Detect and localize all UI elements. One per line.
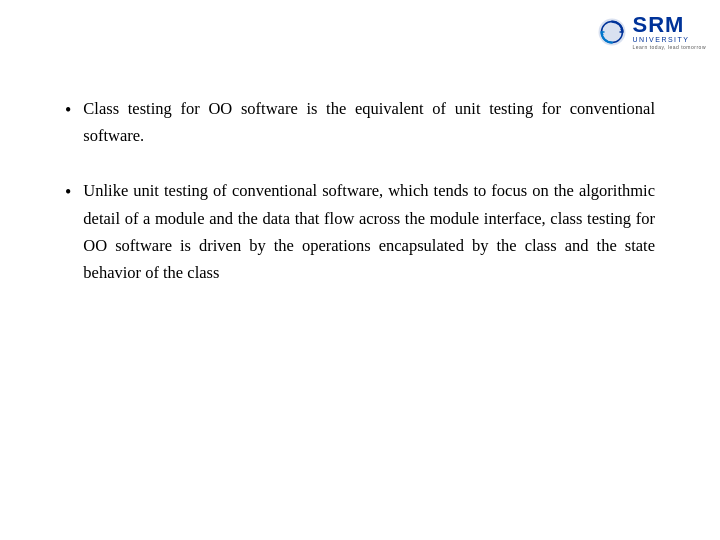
bullet-text-1: Class testing for OO software is the equ… xyxy=(83,95,655,149)
logo-university-text: UNIVERSITY xyxy=(633,36,690,44)
logo-text-block: SRM UNIVERSITY Learn today, lead tomorro… xyxy=(633,14,707,50)
bullet-dot-2: • xyxy=(65,179,71,206)
bullet-text-2: Unlike unit testing of conventional soft… xyxy=(83,177,655,286)
slide: SRM UNIVERSITY Learn today, lead tomorro… xyxy=(0,0,720,540)
bullet-dot-1: • xyxy=(65,97,71,124)
logo-srm-text: SRM xyxy=(633,14,685,36)
logo-area: SRM UNIVERSITY Learn today, lead tomorro… xyxy=(597,14,707,50)
srm-logo-icon xyxy=(597,17,627,47)
content-area: • Class testing for OO software is the e… xyxy=(55,95,665,286)
bullet-item-1: • Class testing for OO software is the e… xyxy=(65,95,655,149)
logo-tagline-text: Learn today, lead tomorrow xyxy=(633,44,707,50)
bullet-item-2: • Unlike unit testing of conventional so… xyxy=(65,177,655,286)
